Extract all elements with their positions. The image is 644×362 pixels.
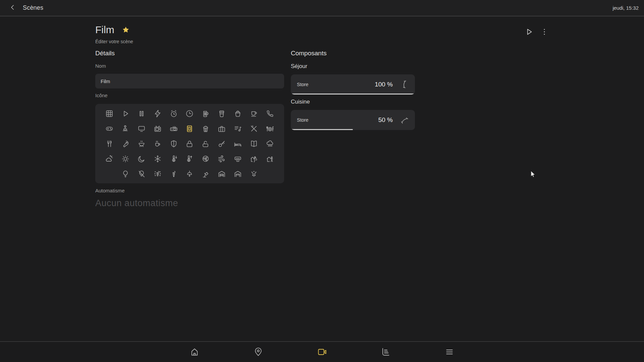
bbq-icon — [137, 139, 146, 148]
popcorn-icon — [201, 124, 210, 133]
icon-option-coffee-togo[interactable] — [214, 106, 230, 121]
icon-grid-empty-cell — [101, 166, 117, 181]
desk-lamp-icon — [201, 170, 210, 178]
device-card-cuisine[interactable]: Store50 % — [291, 110, 415, 130]
icon-option-person-leaving[interactable] — [246, 151, 262, 166]
icon-option-fan[interactable] — [198, 151, 214, 166]
sun-cloud-icon — [105, 155, 114, 163]
icon-option-popcorn[interactable] — [198, 121, 214, 136]
icon-option-music-playlist[interactable] — [230, 121, 246, 136]
icon-option-book[interactable] — [246, 136, 262, 151]
icon-option-cutlery-crossed[interactable] — [246, 121, 262, 136]
nav-item-location[interactable] — [253, 347, 264, 357]
hot-cup-icon — [153, 139, 162, 148]
icon-option-moon[interactable] — [133, 151, 150, 166]
device-card-sejour[interactable]: Store100 % — [291, 74, 415, 95]
dinner-plate-icon — [266, 124, 274, 133]
shield-icon — [169, 139, 178, 148]
icon-option-zap[interactable] — [150, 106, 166, 121]
scene-header: Film Éditer votre scène — [95, 24, 133, 44]
shutter-angle-icon — [399, 79, 409, 89]
icon-option-ac-unit[interactable] — [230, 151, 246, 166]
device-progress-bar[interactable] — [291, 94, 415, 95]
icon-option-grid[interactable] — [101, 106, 117, 121]
icon-option-hot-cup[interactable] — [150, 136, 166, 151]
thermometer-down-icon — [169, 155, 178, 163]
location-icon — [253, 347, 263, 357]
icon-option-pause[interactable] — [133, 106, 150, 121]
icon-option-pendant-lamp[interactable] — [182, 166, 198, 181]
icon-option-desk-lamp[interactable] — [198, 166, 214, 181]
icon-option-cfl-on[interactable] — [150, 166, 166, 181]
meat-icon — [121, 139, 130, 148]
icon-grid-empty-cell — [262, 166, 278, 181]
icon-option-garage-open[interactable] — [230, 166, 246, 181]
icon-option-beer[interactable] — [198, 106, 214, 121]
fan-icon — [201, 155, 210, 163]
icon-option-bulb-off[interactable] — [133, 166, 150, 181]
icon-option-bbq[interactable] — [133, 136, 150, 151]
icon-option-rain-cloud[interactable] — [262, 136, 278, 151]
briefcase-icon — [217, 124, 226, 133]
phone-icon — [266, 109, 274, 118]
icon-option-tv-retro[interactable] — [150, 121, 166, 136]
nav-item-home[interactable] — [189, 347, 200, 357]
icon-option-gamepad[interactable] — [101, 121, 117, 136]
icon-option-cup[interactable] — [246, 106, 262, 121]
icon-option-wind[interactable] — [214, 151, 230, 166]
nav-item-camera[interactable] — [317, 347, 327, 357]
icon-option-clock[interactable] — [182, 106, 198, 121]
icon-option-play[interactable] — [117, 106, 133, 121]
icon-option-sun-cloud[interactable] — [101, 151, 117, 166]
icon-option-sun[interactable] — [117, 151, 133, 166]
icon-option-thermometer-up[interactable] — [182, 151, 198, 166]
icon-option-phone[interactable] — [262, 106, 278, 121]
chevron-left-icon — [9, 4, 16, 12]
unlock-icon — [201, 139, 210, 148]
icon-option-projector[interactable] — [166, 121, 182, 136]
icon-option-snowflake[interactable] — [150, 151, 166, 166]
icon-option-meat[interactable] — [117, 136, 133, 151]
icon-option-shield[interactable] — [166, 136, 182, 151]
icon-option-film-strip[interactable] — [182, 121, 198, 136]
kettle-icon — [233, 109, 242, 118]
icon-option-thermometer-down[interactable] — [166, 151, 182, 166]
favorite-star-icon[interactable] — [122, 26, 130, 34]
icon-option-spotlight[interactable] — [246, 166, 262, 181]
chevron-left-icon — [9, 4, 16, 11]
more-button[interactable] — [539, 27, 549, 37]
device-progress-bar[interactable] — [291, 129, 353, 130]
icon-option-bed[interactable] — [230, 136, 246, 151]
icon-option-bulb[interactable] — [117, 166, 133, 181]
icon-option-joystick[interactable] — [117, 121, 133, 136]
icon-option-alarm-clock[interactable] — [166, 106, 182, 121]
icon-option-briefcase[interactable] — [214, 121, 230, 136]
nav-item-menu[interactable] — [444, 347, 455, 357]
joystick-icon — [121, 124, 130, 133]
datetime-label: jeudi, 15:32 — [612, 5, 639, 11]
icon-option-lock[interactable] — [182, 136, 198, 151]
tv-retro-icon — [153, 124, 162, 133]
icon-option-kettle[interactable] — [230, 106, 246, 121]
icon-option-cfl[interactable] — [166, 166, 182, 181]
cup-icon — [250, 109, 258, 118]
sun-icon — [121, 155, 130, 163]
icon-option-unlock[interactable] — [198, 136, 214, 151]
scene-subtitle: Éditer votre scène — [95, 39, 133, 44]
details-section: Détails Nom Icône Automatisme Aucun auto… — [95, 50, 284, 208]
icon-option-dinner-plate[interactable] — [262, 121, 278, 136]
person-home-icon — [266, 155, 274, 163]
back-button[interactable] — [6, 1, 19, 15]
book-icon — [250, 139, 258, 148]
stats-icon — [381, 347, 391, 357]
icon-option-monitor[interactable] — [133, 121, 150, 136]
icon-option-key[interactable] — [214, 136, 230, 151]
room-label: Cuisine — [291, 99, 415, 105]
icon-option-person-home[interactable] — [262, 151, 278, 166]
scene-name-input[interactable] — [95, 74, 284, 88]
nav-item-stats[interactable] — [380, 347, 391, 357]
play-button[interactable] — [524, 27, 534, 37]
scene-actions — [524, 27, 549, 37]
icon-option-fork-knife[interactable] — [101, 136, 117, 151]
icon-option-garage-closed[interactable] — [214, 166, 230, 181]
